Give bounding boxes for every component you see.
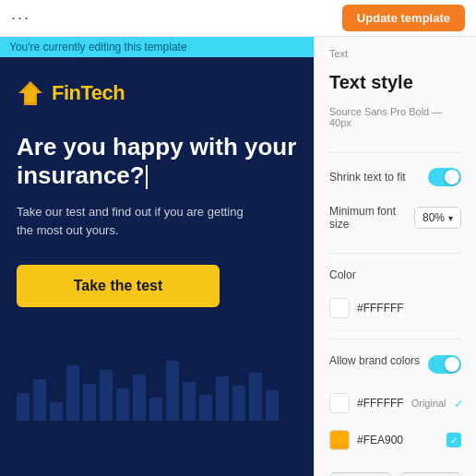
logo-fin: Fin	[52, 81, 81, 104]
bg-bar	[33, 379, 46, 421]
text-cursor	[146, 165, 148, 189]
shrink-toggle[interactable]	[428, 168, 461, 186]
chevron-down-icon: ▾	[448, 213, 453, 223]
shrink-label: Shrink text to fit	[329, 171, 406, 184]
divider-1	[329, 152, 461, 153]
logo-tech: Tech	[81, 81, 125, 104]
shrink-row: Shrink text to fit	[329, 168, 461, 186]
preview-content: FinTech Are you happy with your insuranc…	[0, 57, 314, 476]
right-panel: Text Text style Source Sans Pro Bold — 4…	[314, 37, 476, 476]
brand-swatch-gold[interactable]	[329, 430, 350, 450]
panel-title: Text style	[329, 72, 461, 93]
bg-bar	[249, 373, 262, 421]
brand-color-row-1: #FFFFFF Original ✓	[329, 393, 461, 413]
brand-swatch-white[interactable]	[329, 393, 350, 413]
brand-colors-row: Allow brand colors	[329, 354, 461, 375]
preview-pane: You're currently editing this template	[0, 37, 314, 476]
more-options-icon[interactable]: ···	[11, 8, 30, 28]
bg-bars-decoration	[0, 347, 314, 421]
lock-unlock-row: Lock Unlock	[329, 472, 461, 476]
bg-bar	[183, 382, 196, 421]
logo-text: FinTech	[52, 81, 125, 105]
brand-colors-toggle[interactable]	[428, 355, 461, 374]
min-font-label: Minimum font size	[329, 205, 414, 231]
main-layout: You're currently editing this template	[0, 37, 476, 476]
divider-2	[329, 253, 461, 254]
bg-bar	[266, 390, 279, 421]
panel-subtitle: Source Sans Pro Bold — 40px	[329, 106, 461, 128]
bg-bar	[50, 402, 63, 421]
subtext: Take our test and find out if you are ge…	[17, 203, 256, 239]
divider-3	[329, 339, 461, 339]
logo-area: FinTech	[17, 79, 297, 107]
color-row-1: #FFFFFF	[329, 298, 461, 318]
bg-bar	[199, 395, 212, 421]
update-template-button[interactable]: Update template	[342, 5, 465, 31]
bg-bar	[66, 365, 79, 421]
bg-bar	[232, 386, 245, 421]
editing-bar: You're currently editing this template	[0, 37, 314, 57]
checkmark-icon: ✓	[454, 397, 464, 411]
brand-color-hex-1: #FFFFFF	[357, 397, 404, 410]
min-font-value: 80%	[422, 211, 445, 224]
headline-text: Are you happy with your insurance?	[17, 133, 297, 190]
brand-color-hex-2: #FEA900	[357, 434, 439, 446]
allow-brand-label: Allow brand colors	[329, 354, 420, 367]
unlock-button[interactable]: Unlock	[399, 472, 462, 476]
bg-bar	[149, 398, 162, 421]
lock-button[interactable]: Lock	[329, 472, 392, 476]
toolbar: ··· Update template	[0, 0, 476, 37]
bg-bar	[17, 393, 30, 421]
fintech-logo-icon	[17, 79, 44, 107]
bg-bar	[100, 370, 113, 421]
brand-color-checkbox[interactable]: ✓	[446, 433, 461, 447]
bg-bar	[83, 384, 96, 421]
panel-breadcrumb: Text	[329, 48, 461, 59]
bg-bar	[166, 361, 179, 421]
bg-bar	[216, 376, 229, 421]
bg-bar	[133, 375, 146, 421]
min-font-row: Minimum font size 80% ▾	[329, 205, 461, 231]
toggle-knob	[445, 170, 459, 184]
bg-bar	[116, 388, 129, 421]
color-hex-1: #FFFFFF	[357, 302, 461, 315]
brand-color-row-2: #FEA900 ✓	[329, 430, 461, 450]
min-font-select[interactable]: 80% ▾	[414, 207, 461, 229]
original-tag: Original	[411, 398, 446, 409]
color-swatch-white[interactable]	[329, 298, 350, 318]
toggle-knob-2	[445, 357, 459, 372]
color-section-label: Color	[329, 268, 461, 281]
cta-button[interactable]: Take the test	[17, 265, 220, 307]
